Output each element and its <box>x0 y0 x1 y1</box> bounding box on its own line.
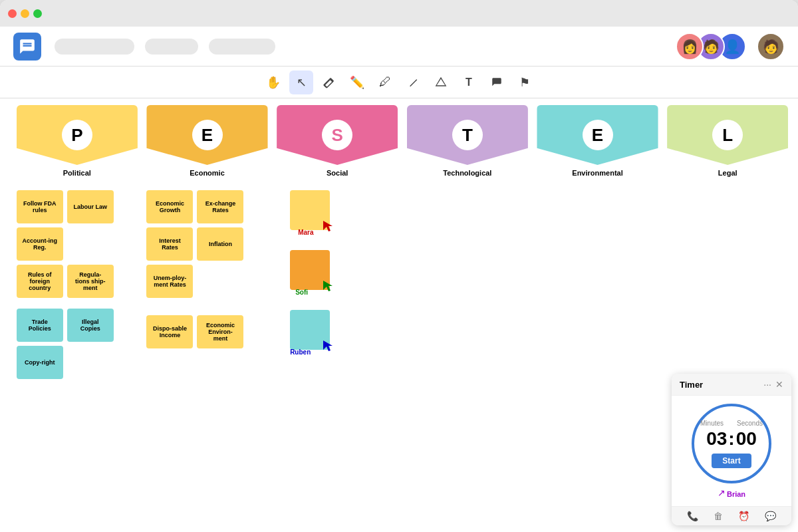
timer-more-button[interactable]: ··· <box>763 379 771 390</box>
sticky-note-tool[interactable] <box>485 70 509 94</box>
list-item[interactable]: Inflation <box>197 227 243 261</box>
list-item[interactable]: Ex-change Rates <box>197 190 243 223</box>
list-item[interactable]: Unem-ploy-ment Rates <box>146 265 193 298</box>
app-window: 👩 🧑 👤 🧑 ✋ ↖ ✏️ 🖊 ─ T ⚑ <box>0 0 798 532</box>
timer-colon: : <box>728 428 734 450</box>
list-item[interactable]: Account-ing Reg. <box>17 227 63 261</box>
list-item[interactable]: Copy-right <box>17 346 63 379</box>
toolbar: ✋ ↖ ✏️ 🖊 ─ T ⚑ <box>0 66 798 98</box>
nav-item-3[interactable] <box>209 39 275 55</box>
technological-column: T Technological <box>404 105 531 525</box>
timer-header: Timer ··· ✕ <box>672 374 791 396</box>
brian-cursor-icon: ↗ <box>718 487 726 498</box>
hand-tool[interactable]: ✋ <box>261 70 285 94</box>
title-bar <box>0 0 798 27</box>
list-item[interactable]: Illegal Copies <box>67 309 114 342</box>
pen-tool[interactable]: ✏️ <box>345 70 369 94</box>
list-item[interactable]: Trade Policies <box>17 309 63 342</box>
minutes-label: Minutes <box>700 420 724 427</box>
brian-section: ↗ Brian <box>718 487 745 498</box>
economic-notes: Economic Growth Ex-change Rates Interest… <box>146 177 267 348</box>
legal-header: L Legal <box>667 105 788 177</box>
text-tool[interactable]: T <box>457 70 481 94</box>
list-item[interactable]: Rules of foreign country <box>17 265 63 298</box>
app-logo[interactable] <box>13 33 41 61</box>
trash-icon[interactable]: 🗑 <box>714 511 723 521</box>
economic-column: E Economic Economic Growth Ex-change Rat… <box>144 105 271 525</box>
environmental-column: E Environmental <box>534 105 662 525</box>
chat-icon <box>19 38 36 55</box>
list-item[interactable] <box>290 250 330 290</box>
mara-cursor-icon <box>322 219 335 233</box>
list-item[interactable]: Labour Law <box>67 190 114 223</box>
marker-tool[interactable]: 🖊 <box>373 70 397 94</box>
eraser-tool[interactable] <box>317 70 341 94</box>
avatar-user-4[interactable]: 🧑 <box>757 33 785 61</box>
legal-title: Legal <box>667 169 788 177</box>
technological-header: T Technological <box>407 105 528 177</box>
political-title: Political <box>17 169 138 177</box>
timer-start-button[interactable]: Start <box>712 454 751 468</box>
economic-title: Economic <box>146 169 267 177</box>
list-item[interactable]: Regula-tions ship-ment <box>67 265 114 298</box>
social-notes-area: Mara Sofi <box>277 177 398 376</box>
line-tool[interactable]: ─ <box>396 65 430 99</box>
timer-display: 03 : 00 <box>706 428 757 450</box>
economic-letter: E <box>192 120 223 150</box>
brian-label: Brian <box>727 490 745 498</box>
political-header: P Political <box>17 105 138 177</box>
app-bar: 👩 🧑 👤 🧑 <box>0 27 798 66</box>
timer-body: Minutes Seconds 03 : 00 Start ↗ Brian <box>672 396 791 506</box>
political-letter: P <box>62 120 92 150</box>
flag-tool[interactable]: ⚑ <box>513 70 537 94</box>
phone-icon[interactable]: 📞 <box>687 511 698 521</box>
social-column: S Social Mara <box>273 105 401 525</box>
timer-circle: Minutes Seconds 03 : 00 Start <box>692 404 771 483</box>
timer-close-button[interactable]: ✕ <box>775 379 783 390</box>
avatar-user-1[interactable]: 👩 <box>676 33 704 61</box>
seconds-label: Seconds <box>737 420 763 427</box>
social-letter: S <box>322 120 352 150</box>
app-navigation <box>55 39 275 55</box>
chat-footer-icon[interactable]: 💬 <box>765 511 776 521</box>
sofi-cursor-icon <box>322 279 335 293</box>
minimize-button[interactable] <box>21 9 29 18</box>
list-item[interactable] <box>290 190 330 230</box>
list-item[interactable]: Interest Rates <box>146 227 193 261</box>
environmental-title: Environmental <box>537 169 658 177</box>
social-title: Social <box>277 169 398 177</box>
clock-icon[interactable]: ⏰ <box>738 511 749 521</box>
list-item[interactable]: Dispo-sable Income <box>146 315 193 348</box>
economic-header: E Economic <box>146 105 267 177</box>
svg-marker-1 <box>323 281 332 291</box>
list-item[interactable]: Economic Environ-ment <box>197 315 243 348</box>
technological-title: Technological <box>407 169 528 177</box>
mara-cursor-label: Mara <box>298 229 313 236</box>
shape-tool[interactable] <box>429 70 453 94</box>
legal-letter: L <box>712 120 743 150</box>
political-column: P Political Follow FDA rules Labour Law … <box>13 105 141 525</box>
timer-footer: 📞 🗑 ⏰ 💬 <box>672 506 791 525</box>
technological-letter: T <box>452 120 483 150</box>
maximize-button[interactable] <box>33 9 42 18</box>
timer-title: Timer <box>680 380 703 390</box>
environmental-header: E Environmental <box>537 105 658 177</box>
list-item[interactable]: Economic Growth <box>146 190 193 223</box>
nav-item-2[interactable] <box>145 39 198 55</box>
political-notes: Follow FDA rules Labour Law Account-ing … <box>17 177 138 379</box>
ruben-cursor-icon <box>322 339 335 352</box>
list-item[interactable]: Follow FDA rules <box>17 190 63 223</box>
list-item[interactable] <box>290 310 330 350</box>
select-tool[interactable]: ↖ <box>289 70 313 94</box>
timer-controls: ··· ✕ <box>763 379 783 390</box>
app-bar-right: 👩 🧑 👤 🧑 <box>676 33 785 61</box>
close-button[interactable] <box>8 9 17 18</box>
svg-marker-0 <box>323 221 332 231</box>
window-controls <box>8 9 42 18</box>
canvas[interactable]: P Political Follow FDA rules Labour Law … <box>0 98 798 532</box>
sofi-cursor-label: Sofi <box>295 289 308 296</box>
timer-widget: Timer ··· ✕ Minutes Seconds 03 : 00 <box>672 374 791 525</box>
svg-marker-2 <box>323 340 332 351</box>
social-header: S Social <box>277 105 398 177</box>
nav-item-1[interactable] <box>55 39 134 55</box>
